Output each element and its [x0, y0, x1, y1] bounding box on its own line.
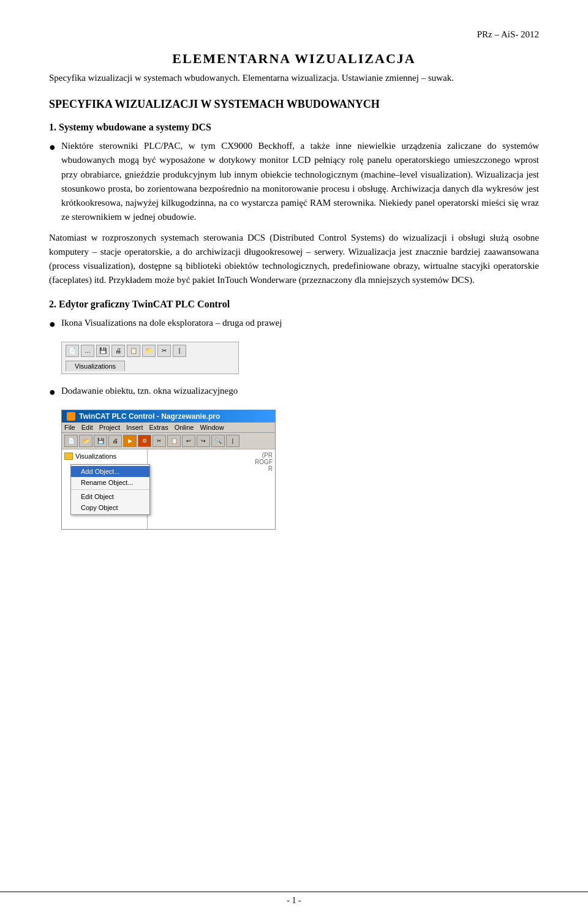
context-menu-container: Add Object... Rename Object... Edit Obje…	[70, 464, 145, 515]
tree-visualizations[interactable]: Visualizations	[64, 452, 145, 460]
menu-file[interactable]: File	[64, 424, 75, 431]
ctx-copy-object[interactable]: Copy Object	[71, 502, 149, 513]
viz-tab: Visualizations	[66, 361, 125, 371]
bullet-item-1: ● Niektóre sterowniki PLC/PAC, w tym CX9…	[49, 139, 539, 225]
menu-insert[interactable]: Insert	[126, 424, 143, 431]
tc-tool-12[interactable]: |	[226, 435, 239, 447]
menu-edit[interactable]: Edit	[81, 424, 93, 431]
tc-icon-7: ✂	[157, 345, 171, 357]
tc-tool-8[interactable]: 📋	[167, 435, 181, 447]
twincat-title: TwinCAT PLC Control - Nagrzewanie.pro	[79, 412, 220, 421]
tc-tool-9[interactable]: ↩	[182, 435, 195, 447]
tc-icon-4: 🖨	[111, 345, 125, 357]
tc-icon-8: |	[173, 345, 186, 357]
right-label-rogf: ROGF	[150, 459, 273, 465]
ctx-rename-object[interactable]: Rename Object...	[71, 477, 149, 488]
viz-toolbar: 📄 … 💾 🖨 📋 📁 ✂ | Visualizations	[61, 342, 239, 374]
page-number: - 1 -	[287, 896, 301, 905]
twincat-toolbar: 📄 📂 💾 🖨 ▶ ⚙ ✂ 📋 ↩ ↪ 🔍 |	[62, 433, 275, 449]
footer-divider	[0, 892, 588, 892]
section1-heading: SPECYFIKA WIZUALIZACJI W SYSTEMACH WBUDO…	[49, 98, 539, 111]
tc-tool-7[interactable]: ✂	[153, 435, 166, 447]
tc-icon-2: …	[81, 345, 94, 357]
tc-tool-3[interactable]: 💾	[94, 435, 107, 447]
header-right: PRz – AiS- 2012	[49, 29, 539, 40]
subsection1-heading: 1. Systemy wbudowane a systemy DCS	[49, 122, 539, 133]
tc-icon-5: 📋	[127, 345, 140, 357]
folder-icon	[64, 453, 73, 460]
menu-online[interactable]: Online	[175, 424, 194, 431]
tree-item-label: Visualizations	[75, 453, 116, 460]
tc-tool-4[interactable]: 🖨	[108, 435, 122, 447]
viz-tab-row: Visualizations	[66, 358, 235, 371]
bullet-symbol-1: ●	[49, 140, 61, 155]
ctx-edit-object[interactable]: Edit Object	[71, 491, 149, 502]
menu-window[interactable]: Window	[200, 424, 224, 431]
twincat-tree: Visualizations Add Object... Rename Obje…	[62, 449, 148, 529]
right-label-r: R	[150, 465, 273, 472]
bullet-symbol-3: ●	[49, 385, 61, 400]
menu-project[interactable]: Project	[99, 424, 120, 431]
page: PRz – AiS- 2012 ELEMENTARNA WIZUALIZACJA…	[0, 0, 588, 924]
tc-icon-1: 📄	[66, 345, 79, 357]
twincat-app-icon	[67, 412, 75, 421]
tc-tool-1[interactable]: 📄	[64, 435, 78, 447]
ctx-sep1	[71, 489, 149, 490]
twincat-body: Visualizations Add Object... Rename Obje…	[62, 449, 275, 529]
tc-tool-2[interactable]: 📂	[79, 435, 92, 447]
twincat-titlebar: TwinCAT PLC Control - Nagrzewanie.pro	[62, 410, 275, 423]
tc-icon-3: 💾	[96, 345, 110, 357]
para1: Natomiast w rozproszonych systemach ster…	[49, 231, 539, 288]
subtitle: Specyfika wizualizacji w systemach wbudo…	[49, 73, 539, 83]
viz-toolbar-row1: 📄 … 💾 🖨 📋 📁 ✂ |	[66, 345, 235, 357]
bullet-text-1: Niektóre sterowniki PLC/PAC, w tym CX900…	[61, 139, 539, 225]
tc-tool-10[interactable]: ↪	[197, 435, 210, 447]
viz-toolbar-image: 📄 … 💾 🖨 📋 📁 ✂ | Visualizations	[61, 342, 539, 374]
bullet-text-3: Dodawanie obiektu, tzn. okna wizualizacy…	[61, 384, 539, 398]
bullet-item-2: ● Ikona Visualizations na dole eksplorat…	[49, 316, 539, 332]
twincat-menubar: File Edit Project Insert Extras Online W…	[62, 423, 275, 433]
tc-tool-5[interactable]: ▶	[123, 435, 137, 447]
section2-heading: 2. Edytor graficzny TwinCAT PLC Control	[49, 299, 539, 310]
twincat-right-panel: (PR ROGF R	[148, 449, 275, 529]
right-label-pr: (PR	[150, 452, 273, 459]
twincat-window-image: TwinCAT PLC Control - Nagrzewanie.pro Fi…	[61, 410, 539, 530]
bullet-item-3: ● Dodawanie obiektu, tzn. okna wizualiza…	[49, 384, 539, 400]
twincat-window: TwinCAT PLC Control - Nagrzewanie.pro Fi…	[61, 410, 276, 530]
ctx-add-object[interactable]: Add Object...	[71, 466, 149, 477]
context-menu: Add Object... Rename Object... Edit Obje…	[70, 464, 150, 515]
bullet-symbol-2: ●	[49, 317, 61, 332]
menu-extras[interactable]: Extras	[149, 424, 168, 431]
bullet-text-2: Ikona Visualizations na dole eksplorator…	[61, 316, 539, 330]
tc-tool-11[interactable]: 🔍	[211, 435, 225, 447]
tc-icon-6: 📁	[142, 345, 156, 357]
main-title: ELEMENTARNA WIZUALIZACJA	[49, 51, 539, 67]
tc-tool-6[interactable]: ⚙	[138, 435, 151, 447]
footer: - 1 -	[0, 888, 588, 906]
header-text: PRz – AiS- 2012	[477, 29, 539, 39]
